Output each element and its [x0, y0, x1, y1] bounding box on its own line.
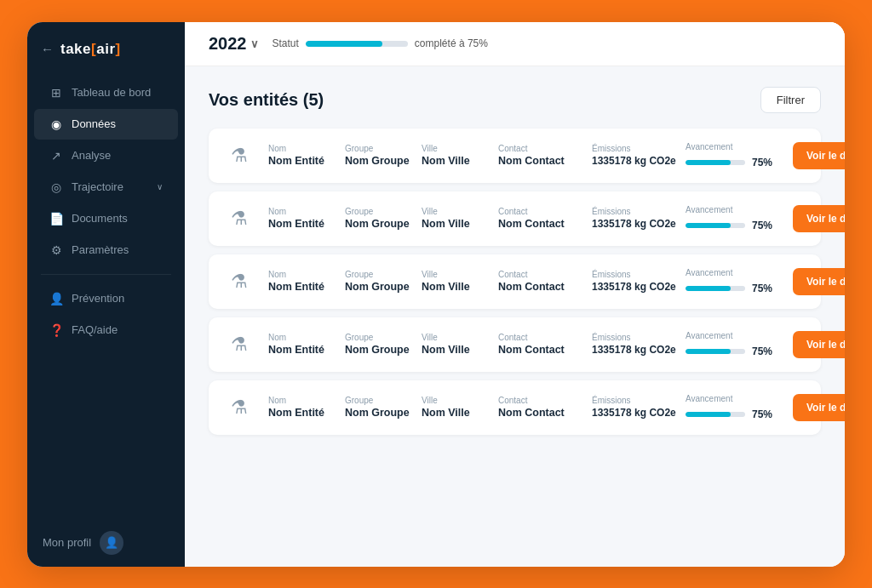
- field-groupe: Groupe Nom Groupe: [345, 333, 422, 356]
- nom-label: Nom: [268, 270, 345, 279]
- nom-value: Nom Entité: [268, 344, 345, 356]
- entity-fields: Nom Nom Entité Groupe Nom Groupe Ville N…: [268, 205, 779, 231]
- sidebar-item-parametres[interactable]: ⚙ Paramètres: [34, 235, 178, 265]
- field-avancement: Avancement 75%: [686, 394, 779, 420]
- filter-button[interactable]: Filtrer: [760, 87, 821, 113]
- entity-fields: Nom Nom Entité Groupe Nom Groupe Ville N…: [268, 142, 779, 168]
- groupe-label: Groupe: [345, 207, 422, 216]
- sidebar-item-tableau-de-bord[interactable]: ⊞ Tableau de bord: [34, 77, 178, 108]
- sidebar-item-label: Prévention: [72, 292, 124, 305]
- ville-label: Ville: [422, 207, 498, 216]
- avancement-bar-fill: [686, 349, 731, 354]
- ville-label: Ville: [422, 333, 498, 342]
- emissions-value: 1335178 kg CO2e: [592, 155, 686, 167]
- avancement-pct: 75%: [752, 408, 772, 420]
- nom-label: Nom: [268, 144, 345, 153]
- entity-card: ⚗ Nom Nom Entité Groupe Nom Groupe Ville: [209, 380, 821, 435]
- sidebar-item-label: Paramètres: [72, 243, 129, 256]
- back-button[interactable]: ←: [41, 42, 54, 56]
- avancement-bar: [686, 160, 745, 165]
- entity-card: ⚗ Nom Nom Entité Groupe Nom Groupe Ville: [209, 317, 821, 372]
- sidebar-header: ← take[air]: [27, 22, 185, 73]
- groupe-value: Nom Groupe: [345, 407, 422, 419]
- app-window: ← take[air] ⊞ Tableau de bord ◉ Données …: [27, 22, 845, 567]
- field-nom: Nom Nom Entité: [268, 270, 345, 293]
- emissions-value: 1335178 kg CO2e: [592, 344, 686, 356]
- sidebar-item-faq[interactable]: ❓ FAQ/aide: [34, 315, 178, 345]
- emissions-label: Émissions: [592, 144, 686, 153]
- field-emissions: Émissions 1335178 kg CO2e: [592, 396, 686, 419]
- field-contact: Contact Nom Contact: [498, 144, 592, 167]
- avancement-label: Avancement: [686, 394, 779, 403]
- field-emissions: Émissions 1335178 kg CO2e: [592, 207, 686, 230]
- avancement-bar: [686, 412, 745, 417]
- emissions-value: 1335178 kg CO2e: [592, 407, 686, 419]
- sidebar-item-label: Documents: [72, 212, 128, 225]
- sidebar-item-documents[interactable]: 📄 Documents: [34, 203, 178, 234]
- avancement-bar: [686, 286, 745, 291]
- settings-icon: ⚙: [49, 243, 63, 257]
- flask-icon: ⚗: [231, 397, 248, 419]
- detail-button[interactable]: Voir le détail: [793, 205, 845, 232]
- field-ville: Ville Nom Ville: [422, 207, 498, 230]
- sidebar-item-donnees[interactable]: ◉ Données: [34, 109, 178, 140]
- entity-icon: ⚗: [224, 203, 255, 234]
- ville-value: Nom Ville: [422, 155, 498, 167]
- sidebar-item-prevention[interactable]: 👤 Prévention: [34, 283, 178, 314]
- avancement-bar-fill: [686, 412, 731, 417]
- sidebar-nav: ⊞ Tableau de bord ◉ Données ↗ Analyse ◎ …: [27, 73, 185, 519]
- main-content: 2022 ∨ Statut complété à 75% Vos entités…: [185, 22, 845, 567]
- nom-value: Nom Entité: [268, 155, 345, 167]
- detail-button[interactable]: Voir le détail: [793, 142, 845, 169]
- year-selector[interactable]: 2022 ∨: [209, 34, 259, 54]
- flask-icon: ⚗: [231, 208, 248, 230]
- groupe-value: Nom Groupe: [345, 155, 422, 167]
- sidebar-item-analyse[interactable]: ↗ Analyse: [34, 140, 178, 171]
- sidebar-item-label: Trajectoire: [72, 180, 123, 193]
- groupe-label: Groupe: [345, 144, 422, 153]
- faq-icon: ❓: [49, 323, 63, 337]
- sidebar-item-trajectoire[interactable]: ◎ Trajectoire ∨: [34, 172, 178, 203]
- user-profile[interactable]: Mon profil 👤: [27, 519, 185, 567]
- entity-icon: ⚗: [224, 140, 255, 171]
- contact-label: Contact: [498, 270, 592, 279]
- field-avancement: Avancement 75%: [686, 268, 779, 294]
- sidebar: ← take[air] ⊞ Tableau de bord ◉ Données …: [27, 22, 185, 567]
- emissions-label: Émissions: [592, 207, 686, 216]
- entity-fields: Nom Nom Entité Groupe Nom Groupe Ville N…: [268, 394, 779, 420]
- contact-label: Contact: [498, 144, 592, 153]
- field-ville: Ville Nom Ville: [422, 270, 498, 293]
- nom-label: Nom: [268, 207, 345, 216]
- groupe-label: Groupe: [345, 396, 422, 405]
- sidebar-item-label: Données: [72, 117, 116, 130]
- avancement-pct: 75%: [752, 220, 772, 231]
- emissions-label: Émissions: [592, 333, 686, 342]
- nom-label: Nom: [268, 396, 345, 405]
- avancement-row: 75%: [686, 283, 779, 294]
- avancement-bar: [686, 223, 745, 228]
- detail-button[interactable]: Voir le détail: [793, 394, 845, 421]
- ville-value: Nom Ville: [422, 281, 498, 293]
- entity-icon: ⚗: [224, 392, 255, 423]
- sidebar-divider: [41, 274, 171, 275]
- field-nom: Nom Nom Entité: [268, 144, 345, 167]
- contact-label: Contact: [498, 396, 592, 405]
- entity-card: ⚗ Nom Nom Entité Groupe Nom Groupe Ville: [209, 128, 821, 183]
- avancement-label: Avancement: [686, 142, 779, 151]
- field-contact: Contact Nom Contact: [498, 396, 592, 419]
- emissions-label: Émissions: [592, 270, 686, 279]
- flask-icon: ⚗: [231, 271, 248, 293]
- contact-value: Nom Contact: [498, 281, 592, 293]
- entity-list: ⚗ Nom Nom Entité Groupe Nom Groupe Ville: [209, 128, 821, 435]
- trajectoire-icon: ◎: [49, 180, 63, 194]
- detail-button[interactable]: Voir le détail: [793, 331, 845, 358]
- detail-button[interactable]: Voir le détail: [793, 268, 845, 295]
- field-contact: Contact Nom Contact: [498, 270, 592, 293]
- field-avancement: Avancement 75%: [686, 331, 779, 357]
- field-ville: Ville Nom Ville: [422, 333, 498, 356]
- page-title: Vos entités (5): [209, 90, 324, 110]
- contact-value: Nom Contact: [498, 407, 592, 419]
- app-logo: take[air]: [60, 41, 121, 58]
- groupe-value: Nom Groupe: [345, 344, 422, 356]
- page-title-row: Vos entités (5) Filtrer: [209, 87, 821, 113]
